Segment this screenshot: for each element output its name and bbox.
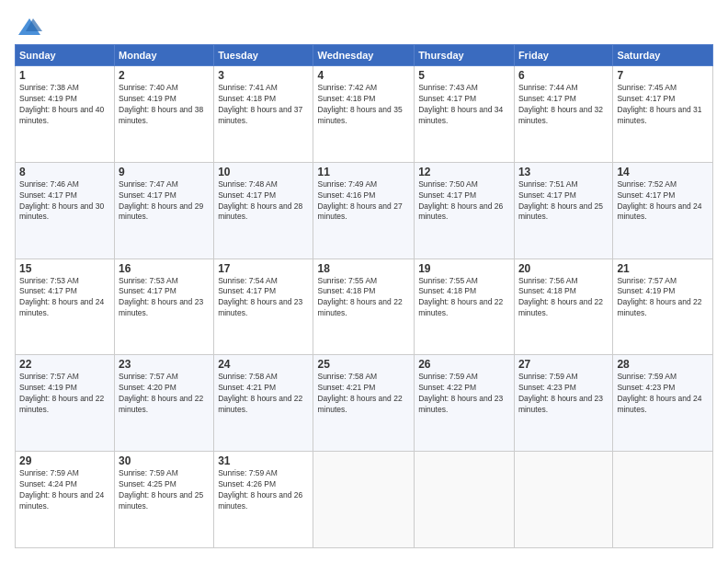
day-cell: 21 Sunrise: 7:57 AM Sunset: 4:19 PM Dayl… [613, 259, 713, 355]
day-number: 9 [119, 166, 210, 178]
day-cell [313, 452, 415, 548]
day-number: 16 [119, 262, 210, 275]
day-number: 10 [218, 166, 309, 178]
day-cell [514, 452, 612, 548]
day-info: Sunrise: 7:40 AM Sunset: 4:19 PM Dayligh… [119, 83, 210, 127]
day-cell [415, 452, 515, 548]
day-number: 18 [317, 262, 410, 275]
day-cell: 22 Sunrise: 7:57 AM Sunset: 4:19 PM Dayl… [16, 355, 115, 452]
day-info: Sunrise: 7:50 AM Sunset: 4:17 PM Dayligh… [418, 179, 510, 224]
day-number: 29 [19, 454, 110, 467]
day-number: 24 [218, 358, 309, 371]
day-info: Sunrise: 7:41 AM Sunset: 4:18 PM Dayligh… [218, 83, 309, 127]
day-info: Sunrise: 7:59 AM Sunset: 4:22 PM Dayligh… [418, 372, 510, 416]
day-cell: 10 Sunrise: 7:48 AM Sunset: 4:17 PM Dayl… [214, 162, 313, 259]
day-info: Sunrise: 7:59 AM Sunset: 4:23 PM Dayligh… [518, 372, 609, 416]
day-cell: 28 Sunrise: 7:59 AM Sunset: 4:23 PM Dayl… [613, 355, 713, 452]
day-cell: 7 Sunrise: 7:45 AM Sunset: 4:17 PM Dayli… [613, 66, 713, 163]
day-cell: 1 Sunrise: 7:38 AM Sunset: 4:19 PM Dayli… [16, 66, 115, 163]
day-cell: 6 Sunrise: 7:44 AM Sunset: 4:17 PM Dayli… [514, 66, 612, 163]
day-cell: 29 Sunrise: 7:59 AM Sunset: 4:24 PM Dayl… [16, 452, 115, 548]
day-cell: 4 Sunrise: 7:42 AM Sunset: 4:18 PM Dayli… [313, 66, 415, 163]
page: SundayMondayTuesdayWednesdayThursdayFrid… [0, 0, 728, 563]
day-cell: 23 Sunrise: 7:57 AM Sunset: 4:20 PM Dayl… [115, 355, 214, 452]
day-number: 20 [518, 262, 609, 275]
day-number: 22 [19, 358, 110, 371]
day-info: Sunrise: 7:49 AM Sunset: 4:16 PM Dayligh… [317, 179, 410, 224]
day-header: Friday [514, 45, 612, 66]
day-cell: 30 Sunrise: 7:59 AM Sunset: 4:25 PM Dayl… [115, 452, 214, 548]
day-number: 23 [119, 358, 210, 371]
day-number: 7 [617, 69, 709, 82]
day-number: 3 [218, 69, 309, 82]
day-info: Sunrise: 7:42 AM Sunset: 4:18 PM Dayligh… [317, 83, 410, 127]
day-info: Sunrise: 7:55 AM Sunset: 4:18 PM Dayligh… [317, 276, 410, 320]
day-info: Sunrise: 7:55 AM Sunset: 4:18 PM Dayligh… [418, 276, 510, 320]
day-cell: 13 Sunrise: 7:51 AM Sunset: 4:17 PM Dayl… [514, 162, 612, 259]
week-row: 29 Sunrise: 7:59 AM Sunset: 4:24 PM Dayl… [16, 452, 713, 548]
day-header: Wednesday [313, 45, 415, 66]
day-cell: 27 Sunrise: 7:59 AM Sunset: 4:23 PM Dayl… [514, 355, 612, 452]
day-cell: 8 Sunrise: 7:46 AM Sunset: 4:17 PM Dayli… [16, 162, 115, 259]
day-number: 6 [518, 69, 609, 82]
day-number: 11 [317, 166, 410, 178]
day-number: 4 [317, 69, 410, 82]
day-info: Sunrise: 7:57 AM Sunset: 4:19 PM Dayligh… [19, 372, 110, 416]
week-row: 1 Sunrise: 7:38 AM Sunset: 4:19 PM Dayli… [16, 66, 713, 163]
day-info: Sunrise: 7:48 AM Sunset: 4:17 PM Dayligh… [218, 179, 309, 224]
day-cell: 15 Sunrise: 7:53 AM Sunset: 4:17 PM Dayl… [16, 259, 115, 355]
logo [15, 15, 42, 35]
day-info: Sunrise: 7:56 AM Sunset: 4:18 PM Dayligh… [518, 276, 609, 320]
day-cell: 17 Sunrise: 7:54 AM Sunset: 4:17 PM Dayl… [214, 259, 313, 355]
day-info: Sunrise: 7:43 AM Sunset: 4:17 PM Dayligh… [418, 83, 510, 127]
day-info: Sunrise: 7:47 AM Sunset: 4:17 PM Dayligh… [119, 179, 210, 224]
day-cell: 31 Sunrise: 7:59 AM Sunset: 4:26 PM Dayl… [214, 452, 313, 548]
day-cell: 24 Sunrise: 7:58 AM Sunset: 4:21 PM Dayl… [214, 355, 313, 452]
day-info: Sunrise: 7:53 AM Sunset: 4:17 PM Dayligh… [19, 276, 110, 320]
week-row: 15 Sunrise: 7:53 AM Sunset: 4:17 PM Dayl… [16, 259, 713, 355]
day-number: 13 [518, 166, 609, 178]
day-info: Sunrise: 7:59 AM Sunset: 4:26 PM Dayligh… [218, 468, 309, 512]
header [15, 15, 713, 35]
day-header: Monday [115, 45, 214, 66]
day-number: 31 [218, 454, 309, 467]
day-number: 25 [317, 358, 410, 371]
day-number: 17 [218, 262, 309, 275]
day-number: 27 [518, 358, 609, 371]
day-cell: 18 Sunrise: 7:55 AM Sunset: 4:18 PM Dayl… [313, 259, 415, 355]
day-cell: 12 Sunrise: 7:50 AM Sunset: 4:17 PM Dayl… [415, 162, 515, 259]
day-cell: 14 Sunrise: 7:52 AM Sunset: 4:17 PM Dayl… [613, 162, 713, 259]
day-number: 26 [418, 358, 510, 371]
day-cell: 26 Sunrise: 7:59 AM Sunset: 4:22 PM Dayl… [415, 355, 515, 452]
day-number: 21 [617, 262, 709, 275]
day-cell: 2 Sunrise: 7:40 AM Sunset: 4:19 PM Dayli… [115, 66, 214, 163]
week-row: 8 Sunrise: 7:46 AM Sunset: 4:17 PM Dayli… [16, 162, 713, 259]
day-number: 8 [19, 166, 110, 178]
day-cell: 20 Sunrise: 7:56 AM Sunset: 4:18 PM Dayl… [514, 259, 612, 355]
header-row: SundayMondayTuesdayWednesdayThursdayFrid… [16, 45, 713, 66]
day-header: Thursday [415, 45, 515, 66]
day-number: 2 [119, 69, 210, 82]
day-cell: 9 Sunrise: 7:47 AM Sunset: 4:17 PM Dayli… [115, 162, 214, 259]
day-info: Sunrise: 7:45 AM Sunset: 4:17 PM Dayligh… [617, 83, 709, 127]
day-info: Sunrise: 7:59 AM Sunset: 4:24 PM Dayligh… [19, 468, 110, 512]
week-row: 22 Sunrise: 7:57 AM Sunset: 4:19 PM Dayl… [16, 355, 713, 452]
day-number: 14 [617, 166, 709, 178]
day-info: Sunrise: 7:44 AM Sunset: 4:17 PM Dayligh… [518, 83, 609, 127]
day-number: 28 [617, 358, 709, 371]
calendar: SundayMondayTuesdayWednesdayThursdayFrid… [15, 44, 713, 548]
day-cell: 16 Sunrise: 7:53 AM Sunset: 4:17 PM Dayl… [115, 259, 214, 355]
day-info: Sunrise: 7:57 AM Sunset: 4:19 PM Dayligh… [617, 276, 709, 320]
day-number: 15 [19, 262, 110, 275]
day-header: Tuesday [214, 45, 313, 66]
day-info: Sunrise: 7:51 AM Sunset: 4:17 PM Dayligh… [518, 179, 609, 224]
day-number: 12 [418, 166, 510, 178]
day-cell: 19 Sunrise: 7:55 AM Sunset: 4:18 PM Dayl… [415, 259, 515, 355]
day-info: Sunrise: 7:54 AM Sunset: 4:17 PM Dayligh… [218, 276, 309, 320]
day-info: Sunrise: 7:59 AM Sunset: 4:23 PM Dayligh… [617, 372, 709, 416]
day-info: Sunrise: 7:57 AM Sunset: 4:20 PM Dayligh… [119, 372, 210, 416]
logo-icon [17, 15, 42, 40]
day-info: Sunrise: 7:58 AM Sunset: 4:21 PM Dayligh… [317, 372, 410, 416]
day-cell [613, 452, 713, 548]
day-cell: 11 Sunrise: 7:49 AM Sunset: 4:16 PM Dayl… [313, 162, 415, 259]
